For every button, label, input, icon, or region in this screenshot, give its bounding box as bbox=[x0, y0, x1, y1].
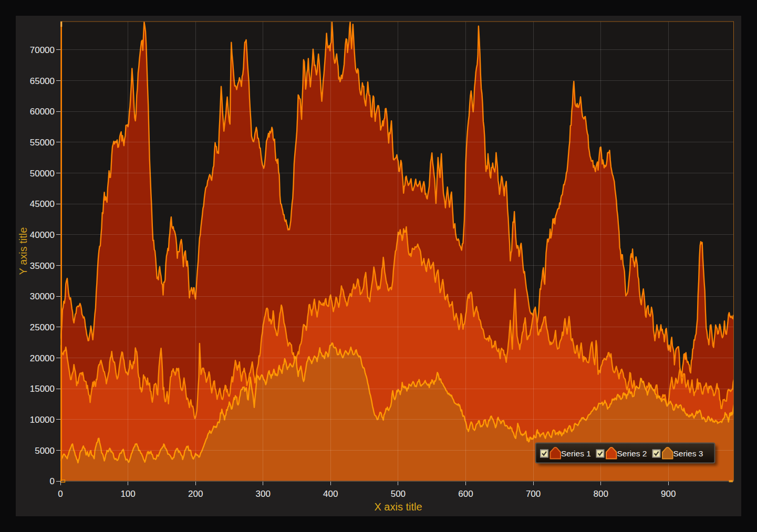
svg-text:Series 1: Series 1 bbox=[561, 449, 591, 458]
svg-text:25000: 25000 bbox=[30, 322, 55, 332]
svg-text:700: 700 bbox=[526, 489, 541, 499]
svg-text:70000: 70000 bbox=[30, 45, 55, 55]
svg-text:65000: 65000 bbox=[30, 76, 55, 86]
svg-text:35000: 35000 bbox=[30, 261, 55, 271]
svg-text:400: 400 bbox=[323, 489, 338, 499]
svg-text:10000: 10000 bbox=[30, 415, 55, 425]
svg-text:900: 900 bbox=[661, 489, 676, 499]
svg-text:X axis title: X axis title bbox=[374, 501, 422, 513]
svg-text:0: 0 bbox=[58, 489, 63, 499]
svg-text:200: 200 bbox=[188, 489, 203, 499]
svg-text:Series 3: Series 3 bbox=[673, 449, 703, 458]
svg-text:50000: 50000 bbox=[30, 169, 55, 179]
svg-text:20000: 20000 bbox=[30, 353, 55, 363]
svg-text:60000: 60000 bbox=[30, 107, 55, 117]
svg-text:15000: 15000 bbox=[30, 384, 55, 394]
svg-text:500: 500 bbox=[391, 489, 406, 499]
svg-text:Series 2: Series 2 bbox=[617, 449, 647, 458]
svg-text:55000: 55000 bbox=[30, 138, 55, 148]
svg-text:30000: 30000 bbox=[30, 291, 55, 301]
svg-text:Y axis title: Y axis title bbox=[17, 227, 29, 275]
svg-text:40000: 40000 bbox=[30, 230, 55, 240]
svg-text:0: 0 bbox=[50, 476, 55, 486]
svg-text:5000: 5000 bbox=[35, 446, 55, 456]
svg-text:600: 600 bbox=[458, 489, 473, 499]
svg-text:100: 100 bbox=[120, 489, 135, 499]
svg-text:300: 300 bbox=[256, 489, 271, 499]
svg-text:45000: 45000 bbox=[30, 199, 55, 209]
svg-text:800: 800 bbox=[594, 489, 608, 499]
